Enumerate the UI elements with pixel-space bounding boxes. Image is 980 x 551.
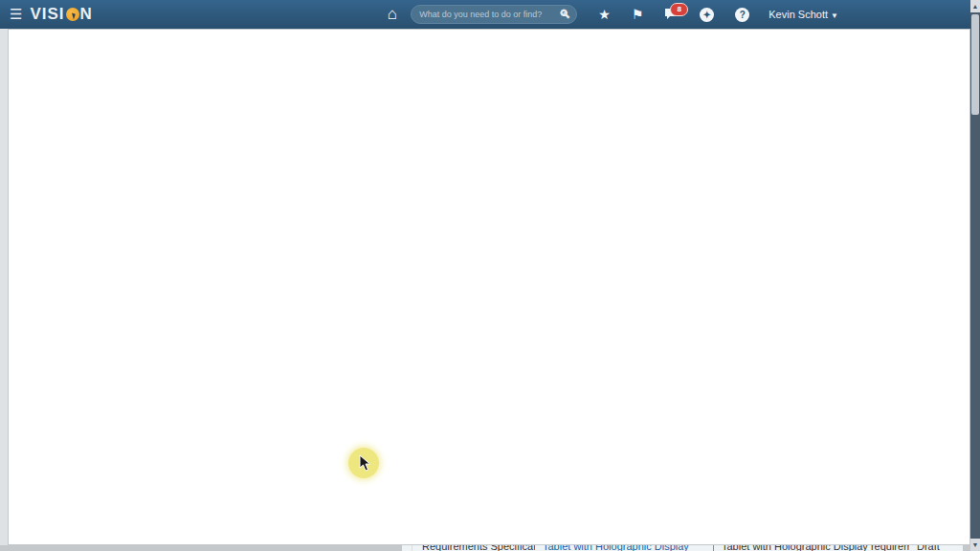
user-menu[interactable]: Kevin Schott ▼ [768, 9, 838, 20]
brand-text-suffix: N [80, 5, 93, 24]
mouse-cursor [359, 454, 372, 472]
notification-badge: 8 [670, 3, 688, 16]
favorites-star-icon[interactable]: ★ [598, 8, 611, 21]
hamburger-menu-icon[interactable]: ☰ [10, 6, 22, 23]
chevron-down-icon: ▼ [831, 11, 838, 20]
user-name: Kevin Schott [768, 9, 828, 20]
global-header: ☰ VISIN ⌂ 🔍︎ ★ ⚑ 8 ✦ ? Kevin Schott ▼ [0, 0, 980, 29]
page-scrollbar[interactable]: ▲ ▼ [970, 0, 980, 551]
brand-text-prefix: VISI [30, 5, 64, 24]
brand-logo: VISIN [30, 5, 92, 24]
scroll-down-arrow[interactable]: ▼ [970, 539, 980, 551]
search-icon[interactable]: 🔍︎ [559, 8, 570, 21]
help-icon[interactable]: ? [735, 8, 749, 22]
home-icon[interactable]: ⌂ [388, 5, 397, 24]
brand-o-icon [66, 8, 79, 21]
notifications-icon[interactable]: 8 [664, 8, 679, 22]
application-window: ☰ VISIN ⌂ 🔍︎ ★ ⚑ 8 ✦ ? Kevin Schott ▼ Po… [0, 0, 980, 551]
global-search[interactable]: 🔍︎ [411, 5, 577, 24]
content-panel [8, 29, 970, 545]
page-scrollbar-thumb[interactable] [971, 14, 979, 115]
scroll-up-arrow[interactable]: ▲ [970, 0, 980, 12]
flag-icon[interactable]: ⚑ [632, 8, 644, 21]
global-search-input[interactable] [417, 9, 559, 20]
accessibility-icon[interactable]: ✦ [700, 8, 714, 22]
